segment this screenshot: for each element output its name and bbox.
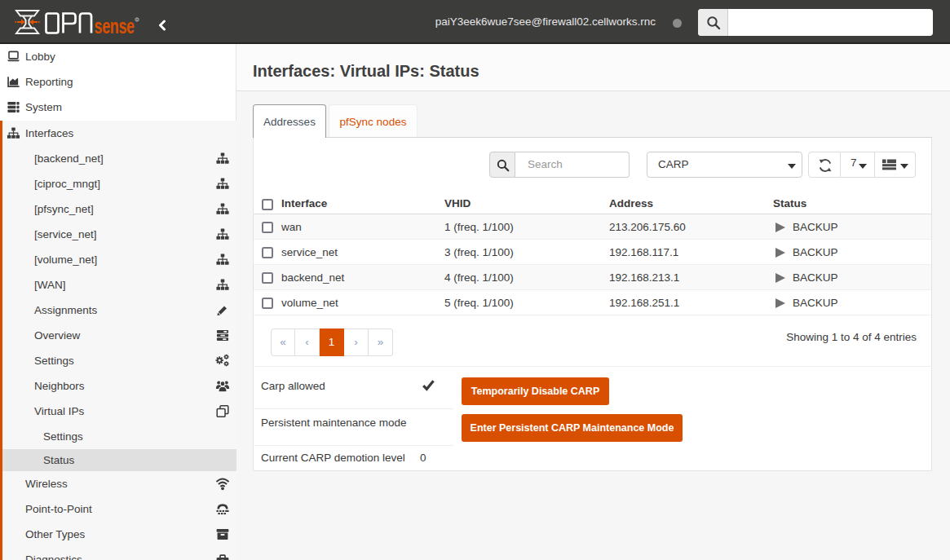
svg-text:sense: sense <box>95 14 135 36</box>
